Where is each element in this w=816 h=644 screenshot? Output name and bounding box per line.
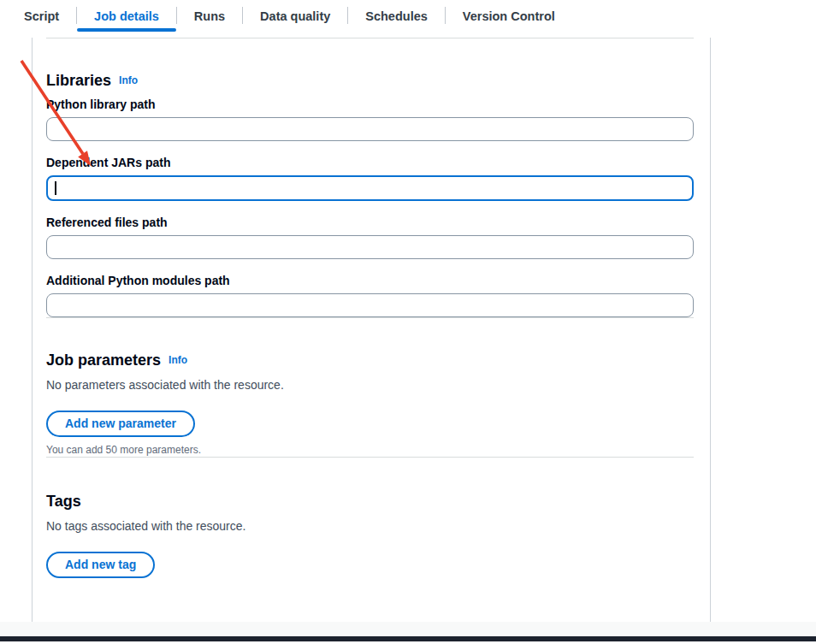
job-parameters-empty-text: No parameters associated with the resour…: [46, 376, 694, 393]
tags-heading: Tags: [46, 491, 694, 511]
job-parameters-heading: Job parametersInfo: [46, 350, 694, 370]
tab-label: Runs: [194, 9, 225, 23]
additional-python-modules-path-label: Additional Python modules path: [46, 273, 694, 288]
add-new-parameter-button[interactable]: Add new parameter: [46, 411, 195, 437]
page-bottom-strip: [0, 622, 816, 636]
tab-label: Data quality: [260, 9, 330, 23]
section-divider: [46, 457, 694, 458]
window-bottom-edge: [0, 636, 816, 641]
text-cursor: [55, 181, 56, 195]
job-parameters-info-link[interactable]: Info: [169, 354, 187, 366]
job-details-panel: LibrariesInfo Python library path Depend…: [32, 38, 711, 622]
tags-empty-text: No tags associated with the resource.: [46, 517, 694, 535]
job-parameters-heading-text: Job parameters: [46, 352, 161, 369]
python-library-path-field: Python library path: [46, 97, 694, 141]
tab-version-control[interactable]: Version Control: [446, 0, 572, 32]
tab-script[interactable]: Script: [7, 0, 76, 32]
tags-heading-text: Tags: [46, 493, 81, 510]
dependent-jars-path-input[interactable]: [46, 175, 694, 201]
active-tab-underline: [77, 28, 176, 32]
tab-runs[interactable]: Runs: [177, 0, 242, 32]
libraries-heading-text: Libraries: [46, 72, 111, 89]
additional-python-modules-path-input[interactable]: [46, 293, 694, 317]
tab-bar: Script Job details Runs Data quality Sch…: [0, 0, 816, 38]
tab-job-details[interactable]: Job details: [77, 0, 176, 32]
tab-label: Job details: [94, 9, 159, 23]
dependent-jars-path-field: Dependent JARs path: [46, 155, 694, 201]
job-parameters-hint-text: You can add 50 more parameters.: [46, 443, 694, 457]
python-library-path-input[interactable]: [46, 117, 694, 141]
referenced-files-path-field: Referenced files path: [46, 215, 694, 259]
add-new-tag-button[interactable]: Add new tag: [46, 552, 155, 578]
section-divider: [46, 317, 694, 318]
tab-data-quality[interactable]: Data quality: [243, 0, 347, 32]
libraries-heading: LibrariesInfo: [46, 70, 694, 91]
referenced-files-path-label: Referenced files path: [46, 215, 694, 230]
tab-label: Script: [24, 9, 59, 23]
dependent-jars-path-label: Dependent JARs path: [46, 155, 694, 170]
tab-schedules[interactable]: Schedules: [348, 0, 445, 32]
additional-python-modules-path-field: Additional Python modules path: [46, 273, 694, 317]
python-library-path-label: Python library path: [46, 97, 694, 112]
section-divider: [46, 38, 694, 38]
tab-label: Schedules: [365, 9, 428, 23]
tab-label: Version Control: [463, 9, 555, 23]
libraries-info-link[interactable]: Info: [119, 74, 138, 86]
referenced-files-path-input[interactable]: [46, 235, 694, 259]
